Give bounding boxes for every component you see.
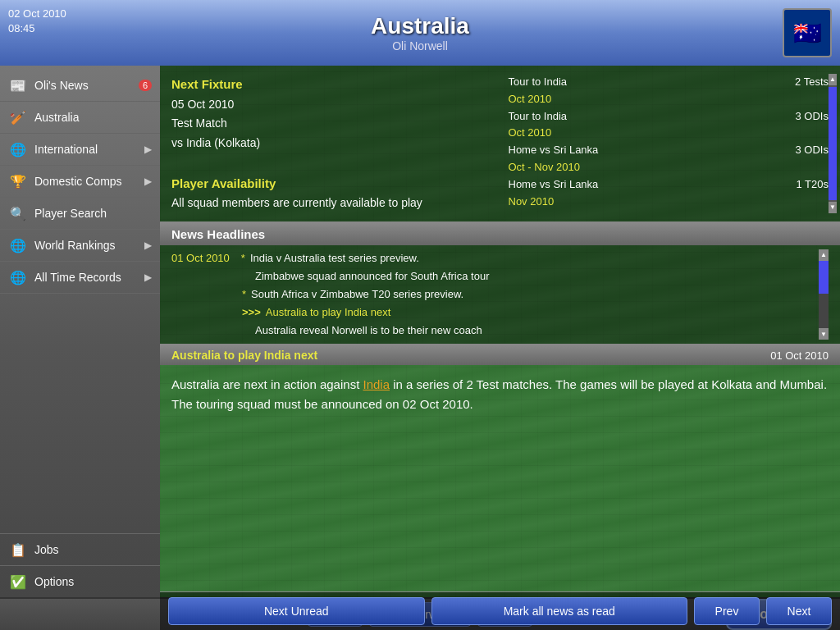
- news-buttons: Next Unread Mark all news as read Prev N…: [160, 591, 840, 630]
- tour-date: Oct - Nov 2010: [509, 159, 829, 176]
- news-item[interactable]: >>> Australia to play India next: [171, 304, 815, 322]
- all-time-records-label: All Time Records: [34, 271, 144, 284]
- news-scroll-track: [819, 294, 829, 328]
- news-item[interactable]: * South Africa v Zimbabwe T20 series pre…: [171, 285, 815, 304]
- olis-news-label: Oli's News: [34, 79, 135, 92]
- article-title: Australia to play India next: [171, 349, 317, 362]
- olis-news-badge: 6: [139, 80, 152, 91]
- india-link[interactable]: India: [363, 377, 390, 391]
- article-header: Australia to play India next 01 Oct 2010: [160, 345, 840, 365]
- fixture-type: Test Match: [171, 114, 492, 134]
- tour-date: Oct 2010: [509, 91, 829, 108]
- article-body: Australia are next in action against Ind…: [160, 365, 840, 424]
- tour-detail: 3 ODIs: [796, 108, 829, 126]
- sidebar-item-olis-news[interactable]: 📰 Oli's News 6: [0, 70, 160, 102]
- fixture-title: Next Fixture: [171, 74, 492, 95]
- mark-all-read-button[interactable]: Mark all news as read: [431, 597, 688, 625]
- next-unread-button[interactable]: Next Unread: [168, 597, 425, 625]
- tour-detail: 3 ODIs: [796, 142, 829, 159]
- article-panel: Australia to play India next 01 Oct 2010…: [160, 345, 840, 591]
- world-rankings-label: World Rankings: [34, 239, 144, 252]
- options-icon: ✅: [8, 572, 28, 591]
- tour-name: Tour to India: [509, 74, 568, 91]
- sidebar-top-items: 📰 Oli's News 6 🏏 Australia 🌐 Internation…: [0, 70, 160, 294]
- sidebar-item-domestic-comps[interactable]: 🏆 Domestic Comps ▶: [0, 166, 160, 198]
- fixture-date: 05 Oct 2010: [171, 95, 492, 115]
- player-search-icon: 🔍: [8, 203, 28, 223]
- tour-detail: 2 Tests: [795, 74, 829, 91]
- schedule-row: Home vs Sri Lanka 1 T20s: [509, 176, 829, 194]
- australia-label: Australia: [34, 111, 152, 124]
- datetime: 02 Oct 2010 08:45: [8, 7, 66, 36]
- international-arrow: ▶: [144, 144, 152, 155]
- schedule-row: Home vs Sri Lanka 3 ODIs: [509, 142, 829, 159]
- date-line1: 02 Oct 2010: [8, 7, 66, 21]
- all-time-records-arrow: ▶: [144, 272, 152, 283]
- news-header: News Headlines: [160, 223, 840, 245]
- sidebar-item-all-time-records[interactable]: 🌐 All Time Records ▶: [0, 262, 160, 294]
- sidebar-item-world-rankings[interactable]: 🌐 World Rankings ▶: [0, 230, 160, 262]
- domestic-comps-arrow: ▶: [144, 176, 152, 187]
- international-icon: 🌐: [8, 139, 28, 159]
- availability-text: All squad members are currently availabl…: [171, 194, 492, 213]
- fixture-scrollbar[interactable]: ▲ ▼: [829, 74, 837, 213]
- australia-icon: 🏏: [8, 107, 28, 127]
- news-scroll-up[interactable]: ▲: [819, 249, 829, 261]
- news-text: Australia reveal Norwell is to be their …: [255, 322, 482, 340]
- header: 02 Oct 2010 08:45 Australia Oli Norwell …: [0, 0, 840, 66]
- news-item[interactable]: 01 Oct 2010 * India v Australia test ser…: [171, 249, 815, 267]
- all-time-records-icon: 🌐: [8, 267, 28, 287]
- news-text: South Africa v Zimbabwe T20 series previ…: [251, 285, 463, 304]
- availability-title: Player Availability: [171, 173, 492, 194]
- fixture-opponent: vs India (Kolkata): [171, 134, 492, 153]
- sidebar-item-jobs[interactable]: 📋 Jobs: [0, 534, 160, 566]
- domestic-comps-label: Domestic Comps: [34, 175, 144, 188]
- news-item[interactable]: Australia reveal Norwell is to be their …: [171, 322, 815, 340]
- country-flag: 🇦🇺: [783, 8, 832, 57]
- manager-name: Oli Norwell: [371, 39, 469, 52]
- news-arrow: >>>: [242, 304, 261, 322]
- news-scroll-thumb: [819, 261, 829, 294]
- next-button[interactable]: Next: [766, 597, 832, 625]
- news-panel: News Headlines 01 Oct 2010 * India v Aus…: [160, 223, 840, 345]
- sidebar-item-player-search[interactable]: 🔍 Player Search: [0, 198, 160, 230]
- news-date: 01 Oct 2010: [171, 249, 230, 267]
- news-item[interactable]: Zimbabwe squad announced for South Afric…: [171, 267, 815, 285]
- article-date: 01 Oct 2010: [770, 349, 829, 362]
- sidebar: 📰 Oli's News 6 🏏 Australia 🌐 Internation…: [0, 66, 160, 630]
- jobs-label: Jobs: [34, 543, 152, 556]
- scrollbar-down-btn[interactable]: ▼: [829, 202, 837, 213]
- date-line2: 08:45: [8, 21, 66, 36]
- sidebar-item-options[interactable]: ✅ Options: [0, 566, 160, 598]
- tour-date: Nov 2010: [509, 194, 829, 211]
- article-text-before: Australia are next in action against: [171, 377, 363, 391]
- header-title: Australia Oli Norwell: [371, 13, 469, 52]
- news-list: 01 Oct 2010 * India v Australia test ser…: [160, 245, 840, 344]
- olis-news-icon: 📰: [8, 75, 28, 95]
- main-layout: 📰 Oli's News 6 🏏 Australia 🌐 Internation…: [0, 66, 840, 630]
- sidebar-item-australia[interactable]: 🏏 Australia: [0, 102, 160, 134]
- scrollbar-up-btn[interactable]: ▲: [829, 74, 837, 85]
- tour-name: Home vs Sri Lanka: [509, 142, 599, 159]
- news-scrollbar[interactable]: ▲ ▼: [819, 249, 829, 340]
- schedule-row: Tour to India 3 ODIs: [509, 108, 829, 126]
- tour-date: Oct 2010: [509, 125, 829, 142]
- news-list-content: 01 Oct 2010 * India v Australia test ser…: [171, 249, 815, 340]
- sidebar-item-international[interactable]: 🌐 International ▶: [0, 134, 160, 166]
- news-scroll-down[interactable]: ▼: [819, 328, 829, 340]
- tour-name: Tour to India: [509, 108, 568, 126]
- news-bullet: *: [242, 285, 246, 304]
- news-bullet: *: [241, 249, 245, 267]
- fixture-schedule: Tour to India 2 Tests Oct 2010 Tour to I…: [509, 74, 829, 210]
- prev-button[interactable]: Prev: [694, 597, 760, 625]
- fixture-right: Tour to India 2 Tests Oct 2010 Tour to I…: [509, 74, 829, 213]
- news-header-title: News Headlines: [171, 227, 265, 241]
- news-text: India v Australia test series preview.: [250, 249, 419, 267]
- international-label: International: [34, 143, 144, 156]
- player-search-label: Player Search: [34, 207, 152, 220]
- fixture-panel: Next Fixture 05 Oct 2010 Test Match vs I…: [160, 66, 840, 223]
- world-rankings-icon: 🌐: [8, 235, 28, 255]
- news-text: Zimbabwe squad announced for South Afric…: [255, 267, 489, 285]
- options-label: Options: [34, 575, 152, 588]
- domestic-comps-icon: 🏆: [8, 171, 28, 191]
